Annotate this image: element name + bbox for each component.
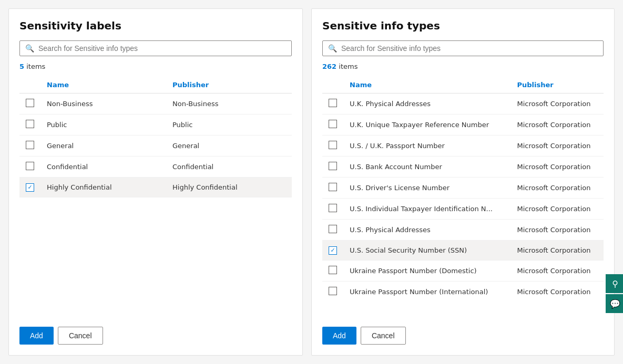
- row-checkbox[interactable]: [329, 162, 337, 170]
- row-publisher: Confidential: [166, 157, 292, 178]
- row-publisher: Microsoft Corporation: [510, 260, 604, 281]
- right-search-input[interactable]: [341, 44, 598, 53]
- row-publisher: Microsoft Corporation: [510, 136, 604, 157]
- row-publisher: Highly Confidential: [166, 178, 292, 197]
- table-row[interactable]: U.S. Individual Taxpayer Identification …: [322, 199, 604, 220]
- row-name: U.S. Bank Account Number: [343, 157, 510, 178]
- table-row[interactable]: U.S. Driver's License NumberMicrosoft Co…: [322, 178, 604, 199]
- row-checkbox[interactable]: [329, 225, 337, 233]
- row-name: Public: [40, 115, 166, 136]
- row-name: U.S. Physical Addresses: [343, 220, 510, 241]
- row-name: Ukraine Passport Number (International): [343, 281, 510, 297]
- table-row[interactable]: U.K. Physical AddressesMicrosoft Corpora…: [322, 93, 604, 115]
- row-checkbox-cell[interactable]: [322, 157, 343, 178]
- row-name: U.S. Individual Taxpayer Identification …: [343, 199, 510, 220]
- row-checkbox[interactable]: [26, 183, 34, 192]
- row-name: General: [40, 136, 166, 157]
- left-search-box[interactable]: 🔍: [19, 40, 292, 56]
- right-add-button[interactable]: Add: [322, 327, 356, 345]
- table-row[interactable]: GeneralGeneral: [19, 136, 292, 157]
- row-checkbox-cell[interactable]: [322, 93, 343, 115]
- left-cancel-button[interactable]: Cancel: [58, 327, 103, 345]
- table-row[interactable]: Non-BusinessNon-Business: [19, 93, 292, 115]
- row-name: Highly Confidential: [40, 178, 166, 197]
- table-row[interactable]: Ukraine Passport Number (Domestic)Micros…: [322, 260, 604, 281]
- row-checkbox-cell[interactable]: [19, 157, 40, 178]
- table-row[interactable]: PublicPublic: [19, 115, 292, 136]
- row-checkbox-cell[interactable]: [322, 136, 343, 157]
- table-row[interactable]: U.S. Physical AddressesMicrosoft Corpora…: [322, 220, 604, 241]
- row-publisher: Microsoft Corporation: [510, 178, 604, 199]
- row-name: U.K. Physical Addresses: [343, 93, 510, 115]
- row-checkbox-cell[interactable]: [322, 260, 343, 281]
- row-checkbox-cell[interactable]: [19, 93, 40, 115]
- row-checkbox[interactable]: [329, 204, 337, 212]
- right-search-icon: 🔍: [328, 44, 337, 53]
- row-checkbox[interactable]: [329, 183, 337, 191]
- table-row[interactable]: Ukraine Passport Number (International)M…: [322, 281, 604, 297]
- row-publisher: Microsoft Corporation: [510, 220, 604, 241]
- left-items-count: 5 items: [19, 63, 292, 70]
- right-search-box[interactable]: 🔍: [322, 40, 604, 56]
- row-checkbox-cell[interactable]: [322, 220, 343, 241]
- left-search-icon: 🔍: [25, 44, 34, 53]
- row-publisher: Microsoft Corporation: [510, 199, 604, 220]
- row-checkbox-cell[interactable]: [322, 115, 343, 136]
- left-col-checkbox: [19, 77, 40, 93]
- row-checkbox[interactable]: [26, 120, 34, 128]
- row-checkbox[interactable]: [26, 141, 34, 149]
- right-actions: Add Cancel: [322, 318, 604, 345]
- row-checkbox-cell[interactable]: [19, 115, 40, 136]
- table-row[interactable]: U.S. Social Security Number (SSN)Microso…: [322, 241, 604, 261]
- row-checkbox-cell[interactable]: [322, 241, 343, 261]
- row-checkbox-cell[interactable]: [19, 136, 40, 157]
- right-table-container: Name Publisher U.K. Physical AddressesMi…: [322, 77, 604, 297]
- row-checkbox-cell[interactable]: [322, 178, 343, 199]
- table-row[interactable]: U.K. Unique Taxpayer Reference NumberMic…: [322, 115, 604, 136]
- row-checkbox[interactable]: [329, 287, 337, 295]
- row-publisher: Non-Business: [166, 93, 292, 115]
- left-col-name: Name: [40, 77, 166, 93]
- row-publisher: Microsoft Corporation: [510, 241, 604, 261]
- row-publisher: Public: [166, 115, 292, 136]
- right-col-publisher: Publisher: [510, 77, 604, 93]
- row-name: Non-Business: [40, 93, 166, 115]
- row-checkbox[interactable]: [26, 99, 34, 107]
- row-publisher: Microsoft Corporation: [510, 157, 604, 178]
- row-checkbox-cell[interactable]: [322, 199, 343, 220]
- row-checkbox[interactable]: [329, 266, 337, 274]
- row-publisher: Microsoft Corporation: [510, 93, 604, 115]
- right-items-count: 262 items: [322, 63, 604, 70]
- row-checkbox[interactable]: [329, 120, 337, 128]
- left-panel-title: Sensitivity labels: [19, 19, 292, 32]
- row-publisher: General: [166, 136, 292, 157]
- sensitive-info-types-panel: Sensitive info types 🔍 262 items Name Pu…: [311, 8, 615, 356]
- chat-button[interactable]: 💬: [606, 294, 623, 313]
- row-checkbox[interactable]: [329, 246, 337, 255]
- row-checkbox[interactable]: [26, 162, 34, 170]
- left-table: Name Publisher Non-BusinessNon-BusinessP…: [19, 77, 292, 197]
- row-name: U.K. Unique Taxpayer Reference Number: [343, 115, 510, 136]
- row-name: U.S. / U.K. Passport Number: [343, 136, 510, 157]
- headset-button[interactable]: ⚲: [606, 274, 623, 293]
- table-row[interactable]: U.S. Bank Account NumberMicrosoft Corpor…: [322, 157, 604, 178]
- right-table: Name Publisher U.K. Physical AddressesMi…: [322, 77, 604, 297]
- right-panel-title: Sensitive info types: [322, 19, 604, 32]
- right-col-name: Name: [343, 77, 510, 93]
- left-col-publisher: Publisher: [166, 77, 292, 93]
- row-checkbox-cell[interactable]: [322, 281, 343, 297]
- sensitivity-labels-panel: Sensitivity labels 🔍 5 items Name Publis…: [8, 8, 303, 356]
- row-name: Confidential: [40, 157, 166, 178]
- table-row[interactable]: U.S. / U.K. Passport NumberMicrosoft Cor…: [322, 136, 604, 157]
- table-row[interactable]: Highly ConfidentialHighly Confidential: [19, 178, 292, 197]
- table-row[interactable]: ConfidentialConfidential: [19, 157, 292, 178]
- left-add-button[interactable]: Add: [19, 327, 54, 345]
- row-name: U.S. Social Security Number (SSN): [343, 241, 510, 261]
- row-publisher: Microsoft Corporation: [510, 281, 604, 297]
- row-publisher: Microsoft Corporation: [510, 115, 604, 136]
- row-checkbox[interactable]: [329, 99, 337, 107]
- left-search-input[interactable]: [38, 44, 286, 53]
- row-checkbox-cell[interactable]: [19, 178, 40, 197]
- row-checkbox[interactable]: [329, 141, 337, 149]
- right-cancel-button[interactable]: Cancel: [361, 327, 406, 345]
